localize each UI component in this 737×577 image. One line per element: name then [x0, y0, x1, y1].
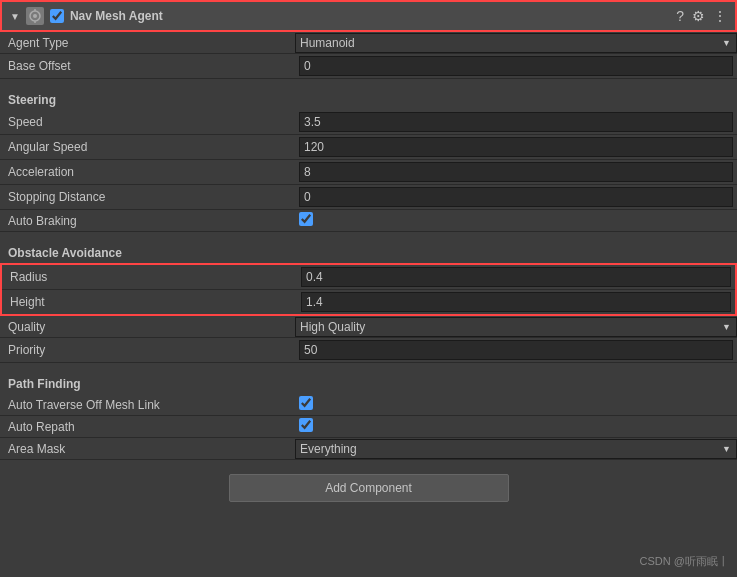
auto-traverse-checkbox[interactable] — [299, 396, 313, 410]
obstacle-avoidance-header: Obstacle Avoidance — [0, 240, 737, 263]
settings-icon[interactable]: ⚙ — [692, 8, 705, 24]
component-icon — [26, 7, 44, 25]
obstacle-avoidance-label: Obstacle Avoidance — [8, 246, 122, 260]
radius-input[interactable] — [301, 267, 731, 287]
radius-value-cell — [297, 265, 735, 289]
menu-icon[interactable]: ⋮ — [713, 8, 727, 24]
height-label: Height — [2, 292, 297, 312]
radius-row: Radius — [2, 265, 735, 289]
auto-repath-row: Auto Repath — [0, 416, 737, 438]
collapse-arrow[interactable]: ▼ — [10, 11, 20, 22]
base-offset-row: Base Offset — [0, 54, 737, 79]
highlighted-radius-height-group: Radius Height — [0, 263, 737, 316]
priority-input[interactable] — [299, 340, 733, 360]
steering-section-header: Steering — [0, 87, 737, 110]
auto-repath-checkbox[interactable] — [299, 418, 313, 432]
quality-select[interactable]: Low Quality Medium Quality Good Quality … — [295, 317, 737, 337]
height-value-cell — [297, 290, 735, 314]
auto-repath-label: Auto Repath — [0, 417, 295, 437]
base-offset-value-cell — [295, 54, 737, 78]
area-mask-select-wrapper: Everything Nothing Walkable — [295, 439, 737, 459]
watermark: CSDN @听雨眠丨 — [640, 554, 729, 569]
acceleration-input[interactable] — [299, 162, 733, 182]
quality-row: Quality Low Quality Medium Quality Good … — [0, 316, 737, 338]
agent-type-row: Agent Type Humanoid — [0, 32, 737, 54]
agent-type-select-wrapper: Humanoid — [295, 33, 737, 53]
nav-mesh-agent-panel: ▼ Nav Mesh Agent ? ⚙ ⋮ Agent Type Humano… — [0, 0, 737, 512]
svg-point-1 — [33, 14, 37, 18]
speed-row: Speed — [0, 110, 737, 135]
speed-value-cell — [295, 110, 737, 134]
speed-input[interactable] — [299, 112, 733, 132]
acceleration-value-cell — [295, 160, 737, 184]
add-component-button[interactable]: Add Component — [229, 474, 509, 502]
area-mask-row: Area Mask Everything Nothing Walkable — [0, 438, 737, 460]
area-mask-label: Area Mask — [0, 439, 295, 459]
component-header: ▼ Nav Mesh Agent ? ⚙ ⋮ — [0, 0, 737, 32]
header-actions: ? ⚙ ⋮ — [676, 8, 727, 24]
area-mask-select[interactable]: Everything Nothing Walkable — [295, 439, 737, 459]
angular-speed-label: Angular Speed — [0, 137, 295, 157]
path-finding-header: Path Finding — [0, 371, 737, 394]
agent-type-select[interactable]: Humanoid — [295, 33, 737, 53]
spacer-3 — [0, 363, 737, 371]
height-row: Height — [2, 289, 735, 314]
base-offset-label: Base Offset — [0, 56, 295, 76]
spacer-2 — [0, 232, 737, 240]
quality-select-wrapper: Low Quality Medium Quality Good Quality … — [295, 317, 737, 337]
acceleration-row: Acceleration — [0, 160, 737, 185]
auto-braking-row: Auto Braking — [0, 210, 737, 232]
auto-braking-value-cell — [295, 210, 737, 231]
add-component-bar: Add Component — [0, 464, 737, 512]
stopping-distance-value-cell — [295, 185, 737, 209]
auto-traverse-value-cell — [295, 394, 737, 415]
priority-value-cell — [295, 338, 737, 362]
auto-traverse-label: Auto Traverse Off Mesh Link — [0, 395, 295, 415]
priority-label: Priority — [0, 340, 295, 360]
angular-speed-input[interactable] — [299, 137, 733, 157]
spacer-1 — [0, 79, 737, 87]
steering-label: Steering — [8, 93, 56, 107]
radius-label: Radius — [2, 267, 297, 287]
angular-speed-row: Angular Speed — [0, 135, 737, 160]
stopping-distance-input[interactable] — [299, 187, 733, 207]
speed-label: Speed — [0, 112, 295, 132]
component-title: Nav Mesh Agent — [70, 9, 670, 23]
stopping-distance-row: Stopping Distance — [0, 185, 737, 210]
auto-braking-label: Auto Braking — [0, 211, 295, 231]
auto-braking-checkbox[interactable] — [299, 212, 313, 226]
angular-speed-value-cell — [295, 135, 737, 159]
auto-repath-value-cell — [295, 416, 737, 437]
stopping-distance-label: Stopping Distance — [0, 187, 295, 207]
acceleration-label: Acceleration — [0, 162, 295, 182]
help-icon[interactable]: ? — [676, 8, 684, 24]
base-offset-input[interactable] — [299, 56, 733, 76]
component-enabled-checkbox[interactable] — [50, 9, 64, 23]
height-input[interactable] — [301, 292, 731, 312]
auto-traverse-row: Auto Traverse Off Mesh Link — [0, 394, 737, 416]
agent-type-label: Agent Type — [0, 33, 295, 53]
quality-label: Quality — [0, 317, 295, 337]
path-finding-label: Path Finding — [8, 377, 81, 391]
priority-row: Priority — [0, 338, 737, 363]
